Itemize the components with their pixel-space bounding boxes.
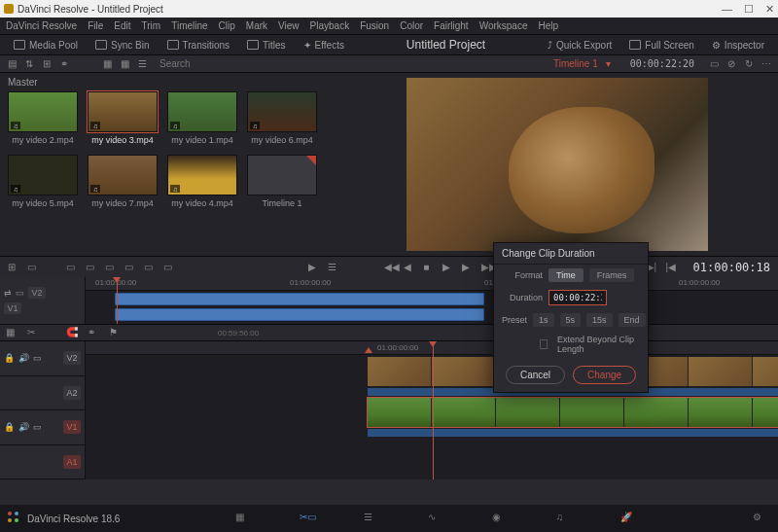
lock-icon[interactable]: 🔒 xyxy=(4,353,15,363)
duration-input[interactable] xyxy=(548,290,607,305)
prev-edit-icon[interactable]: ▶ xyxy=(308,262,320,273)
transitions-button[interactable]: Transitions xyxy=(161,38,236,53)
lock-icon[interactable]: 🔒 xyxy=(4,422,15,432)
snap-icon[interactable]: 🧲 xyxy=(66,327,78,338)
menu-item[interactable]: Color xyxy=(400,20,423,31)
playhead[interactable] xyxy=(433,341,434,479)
close-icon[interactable]: ✕ xyxy=(765,3,774,16)
full-screen-button[interactable]: Full Screen xyxy=(623,38,700,53)
menu-item[interactable]: Fusion xyxy=(360,20,389,31)
timeline-clip[interactable] xyxy=(115,308,484,321)
upper-timeline-lane[interactable]: 01:00:00:00 01:00:00:00 01:00:00:00 01:0… xyxy=(86,277,778,324)
audio-clip[interactable] xyxy=(368,429,778,437)
replace-icon[interactable]: ▭ xyxy=(105,262,117,273)
menu-item[interactable]: Help xyxy=(538,20,558,31)
search-input[interactable]: Search xyxy=(159,58,191,69)
sort-icon[interactable]: ⇅ xyxy=(23,58,35,70)
media-pool-button[interactable]: Media Pool xyxy=(8,38,84,53)
list-icon[interactable]: ☰ xyxy=(136,58,148,70)
loop-icon[interactable]: ↻ xyxy=(743,58,755,70)
video-lane-selected[interactable] xyxy=(368,398,778,427)
playhead[interactable] xyxy=(117,277,118,324)
sync-bin-button[interactable]: Sync Bin xyxy=(89,38,155,53)
mark-in-icon[interactable]: |◀ xyxy=(666,262,678,273)
menu-item[interactable]: Edit xyxy=(114,20,130,31)
timeline-name[interactable]: Timeline 1 xyxy=(553,58,598,69)
lower-timeline-lanes[interactable]: 01:00:00:00 xyxy=(86,341,778,479)
play-icon[interactable]: ▶ xyxy=(442,262,454,273)
chevron-down-icon[interactable]: ▾ xyxy=(606,58,611,69)
disable-icon[interactable]: ▭ xyxy=(33,353,42,363)
menu-item[interactable]: Trim xyxy=(142,20,161,31)
track-header[interactable]: A2 xyxy=(0,376,85,411)
project-settings-icon[interactable]: ⚙ xyxy=(753,512,770,525)
format-frames-tab[interactable]: Frames xyxy=(589,268,635,282)
deliver-page-icon[interactable]: 🚀 xyxy=(620,512,638,525)
overwrite-icon[interactable]: ▭ xyxy=(86,262,97,273)
menu-item[interactable]: DaVinci Resolve xyxy=(6,20,77,31)
menu-item[interactable]: File xyxy=(88,20,103,31)
next-frame-icon[interactable]: ▶ xyxy=(462,262,474,273)
effects-button[interactable]: ✦Effects xyxy=(298,38,350,53)
last-frame-icon[interactable]: ▶▶ xyxy=(481,262,493,273)
timeline-clip[interactable] xyxy=(115,293,484,305)
clip-item[interactable]: ♫my video 1.mp4 xyxy=(167,91,237,145)
quick-export-button[interactable]: ⤴Quick Export xyxy=(542,38,618,53)
fit-icon[interactable]: ▭ xyxy=(124,262,136,273)
maximize-icon[interactable]: ☐ xyxy=(744,3,754,16)
clip-item[interactable]: ♫my video 2.mp4 xyxy=(8,91,78,145)
titles-button[interactable]: Titles xyxy=(241,38,292,53)
clip-item[interactable]: ♫my video 6.mp4 xyxy=(247,91,317,145)
bypass-icon[interactable]: ⊘ xyxy=(725,58,737,70)
fairlight-page-icon[interactable]: ♫ xyxy=(556,512,574,525)
disable-icon[interactable]: ▭ xyxy=(33,422,42,432)
options-icon[interactable]: ⋯ xyxy=(760,58,772,70)
clip-item[interactable]: ♫my video 7.mp4 xyxy=(88,155,158,208)
clip-item[interactable]: ♫my video 5.mp4 xyxy=(8,155,78,208)
track-header[interactable]: A1 xyxy=(0,445,85,480)
prev-frame-icon[interactable]: ◀ xyxy=(404,262,415,273)
mute-icon[interactable]: 🔊 xyxy=(18,422,29,432)
track-header[interactable]: V1 xyxy=(4,301,81,315)
minimize-icon[interactable]: — xyxy=(722,3,732,16)
append-icon[interactable]: ▭ xyxy=(144,262,156,273)
link-icon[interactable]: ⚭ xyxy=(58,58,70,70)
cut-page-icon[interactable]: ✂▭ xyxy=(300,512,317,525)
list-view-icon[interactable]: ▤ xyxy=(6,58,18,70)
track-header[interactable]: 🔒🔊▭V2 xyxy=(0,341,85,376)
preset-15s-button[interactable]: 15s xyxy=(586,313,613,327)
tool-icon[interactable]: ⊞ xyxy=(8,262,19,273)
menu-item[interactable]: Timeline xyxy=(171,20,207,31)
selection-tool-icon[interactable]: ▦ xyxy=(6,327,18,338)
first-frame-icon[interactable]: ◀◀ xyxy=(384,262,396,273)
clip-item[interactable]: ♫my video 3.mp4 xyxy=(88,91,158,145)
settings-icon[interactable]: ☰ xyxy=(328,262,339,273)
format-time-tab[interactable]: Time xyxy=(548,268,584,282)
blade-tool-icon[interactable]: ✂ xyxy=(27,327,39,338)
edit-page-icon[interactable]: ☰ xyxy=(364,512,381,525)
inspector-button[interactable]: ⚙Inspector xyxy=(706,38,770,53)
clip-item[interactable]: ♫my video 4.mp4 xyxy=(167,155,237,208)
grid-icon[interactable]: ▦ xyxy=(119,58,130,70)
insert-icon[interactable]: ▭ xyxy=(66,262,78,273)
menu-item[interactable]: Clip xyxy=(219,20,235,31)
ripple-icon[interactable]: ▭ xyxy=(163,262,175,273)
stop-icon[interactable]: ■ xyxy=(423,262,435,273)
tool-icon[interactable]: ▭ xyxy=(27,262,39,273)
link-icon[interactable]: ⚭ xyxy=(88,327,99,338)
menu-item[interactable]: Mark xyxy=(246,20,267,31)
track-header[interactable]: ⇄▭V2 xyxy=(4,286,81,300)
preset-5s-button[interactable]: 5s xyxy=(560,313,582,327)
change-button[interactable]: Change xyxy=(573,366,636,384)
filmstrip-icon[interactable]: ▦ xyxy=(101,58,113,70)
preset-1s-button[interactable]: 1s xyxy=(533,313,554,327)
preset-end-button[interactable]: End xyxy=(619,313,646,327)
flag-icon[interactable]: ⚑ xyxy=(109,327,121,338)
bin-master[interactable]: Master xyxy=(8,77,328,88)
ruler[interactable]: 01:00:00:00 01:00:00:00 01:00:00:00 01:0… xyxy=(86,277,778,291)
mute-icon[interactable]: 🔊 xyxy=(18,353,29,363)
clip-item[interactable]: Timeline 1 xyxy=(247,155,317,208)
menu-item[interactable]: Playback xyxy=(310,20,350,31)
cancel-button[interactable]: Cancel xyxy=(506,366,565,384)
track-header[interactable]: 🔒🔊▭V1 xyxy=(0,410,85,445)
